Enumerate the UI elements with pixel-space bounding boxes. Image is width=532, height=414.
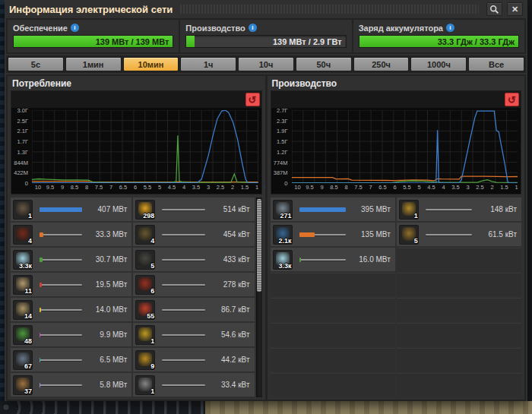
entity-usage-track (40, 334, 82, 336)
reset-icon: ↺ (249, 95, 257, 105)
time-button-1мин[interactable]: 1мин (65, 57, 122, 71)
x-tick-label: 2 (486, 184, 499, 193)
y-tick-label: 0 (25, 180, 28, 187)
entity-usage-fill (40, 308, 41, 312)
y-tick-label: 1.3Г (17, 148, 29, 155)
stat-bar: 33.3 ГДж / 33.3 ГДж (359, 35, 519, 48)
entity-count-badge: 298 (143, 212, 154, 220)
stat-bar: 139 МВт / 2.9 ГВт (185, 35, 346, 48)
x-tick-label: 9 (56, 184, 68, 193)
production-plot: 2.7Г2.3Г1.9Г1.5Г1.2Г774M387M0 109.598.58… (271, 108, 521, 194)
entity-count-badge: 9 (150, 362, 154, 370)
entity-usage-track (162, 309, 204, 311)
entity-usage-value: 61.5 кВт (477, 230, 517, 239)
time-button-10мин[interactable]: 10мин (123, 57, 179, 71)
time-button-5с[interactable]: 5с (8, 57, 64, 71)
scrollbar-thumb[interactable] (257, 199, 261, 292)
x-tick-label: 3.5 (190, 184, 202, 193)
x-tick-label: 3 (462, 184, 474, 193)
time-button-250ч[interactable]: 250ч (353, 57, 410, 71)
y-tick-label: 844M (14, 159, 28, 166)
stat-value: 33.3 ГДж / 33.3 ГДж (438, 36, 515, 47)
entity-usage-bar (40, 232, 82, 237)
entity-usage-track (426, 234, 472, 235)
entity-icon: 14 (13, 300, 33, 320)
entity-usage-track (162, 259, 204, 261)
entity-usage-bar (40, 383, 82, 387)
list-item: 154.6 кВт (133, 323, 254, 346)
entity-usage-track (162, 209, 204, 210)
info-icon[interactable]: i (71, 24, 79, 32)
entity-usage-value: 148 кВт (477, 205, 517, 213)
entity-count-badge: 4 (28, 237, 32, 245)
x-tick-label: 6 (129, 184, 141, 193)
info-icon[interactable]: i (249, 24, 257, 32)
list-item: 676.5 МВт (11, 348, 131, 371)
x-tick-label: 4 (438, 184, 450, 193)
screen: Информация электрической сети ✕ Обеспече… (0, 0, 532, 414)
entity-icon: 55 (135, 300, 155, 320)
x-tick-label: 4 (178, 184, 190, 193)
search-icon (489, 5, 499, 14)
list-item: 5586.7 кВт (133, 298, 254, 321)
entity-usage-track (162, 359, 204, 361)
close-button[interactable]: ✕ (507, 2, 523, 16)
y-tick-label: 422M (14, 169, 28, 176)
production-chart-title: Производство (271, 78, 522, 90)
x-tick-label: 9.5 (44, 184, 56, 193)
search-button[interactable] (486, 2, 502, 16)
consumption-list: 1407 МВт433.3 МВт3.3к30.7 МВт1119.5 МВт1… (11, 198, 262, 397)
reset-chart-button[interactable]: ↺ (505, 93, 519, 106)
y-tick-label: 774M (274, 159, 288, 166)
x-tick-label: 6.5 (377, 184, 389, 193)
stat-label: Производство (185, 24, 245, 33)
close-icon: ✕ (511, 5, 518, 14)
entity-usage-bar (40, 333, 82, 337)
time-button-Все[interactable]: Все (468, 57, 524, 71)
entity-usage-bar (426, 207, 472, 212)
list-item: 1407 МВт (11, 198, 131, 221)
entity-usage-track (40, 384, 82, 386)
time-button-1000ч[interactable]: 1000ч (410, 57, 467, 71)
entity-usage-track (40, 234, 82, 235)
list-item: 944.2 кВт (133, 348, 254, 371)
time-button-1ч[interactable]: 1ч (180, 57, 236, 71)
entity-usage-value: 86.7 кВт (211, 305, 250, 314)
info-icon[interactable]: i (446, 24, 454, 32)
empty-list-slot (271, 323, 395, 346)
y-tick-label: 1.2Г (277, 148, 288, 155)
x-tick-label: 4.5 (166, 184, 178, 193)
list-item: 433.3 МВт (11, 223, 131, 246)
x-tick-label: 8.5 (68, 184, 81, 193)
production-panel: Производство ↺ 2.7Г2.3Г1.9Г1.5Г1.2Г774M3… (268, 76, 525, 400)
consumption-plot: 3.0Г2.5Г2.1Г1.7Г1.3Г844M422M0 109.598.58… (11, 108, 261, 194)
entity-usage-track (426, 209, 472, 210)
reset-chart-button[interactable]: ↺ (245, 93, 260, 106)
empty-list-slot (397, 248, 521, 271)
x-tick-label: 0.5 (263, 184, 265, 193)
stat-label-row: Заряд аккумулятораi (359, 22, 519, 33)
time-button-50ч[interactable]: 50ч (296, 57, 352, 71)
entity-icon: 271 (273, 200, 293, 220)
entity-usage-value: 9.9 МВт (87, 330, 127, 339)
entity-usage-bar (40, 308, 82, 312)
entity-usage-fill (40, 283, 42, 287)
time-button-10ч[interactable]: 10ч (238, 57, 294, 71)
entity-count-badge: 3.3к (19, 262, 32, 270)
x-tick-label: 1 (511, 184, 523, 193)
titlebar-drag-handle[interactable] (180, 5, 479, 14)
entity-icon: 6 (135, 275, 155, 295)
production-list: 271395 МВт2.1к135 МВт3.3к16.0 МВт1148 кВ… (271, 198, 522, 397)
entity-usage-bar (299, 232, 346, 237)
x-tick-label: 1.5 (239, 184, 251, 193)
entity-count-badge: 2.1к (278, 237, 291, 245)
consumption-plot-canvas (32, 110, 258, 183)
entity-count-badge: 271 (280, 212, 291, 220)
entity-icon: 11 (13, 275, 33, 295)
entity-usage-value: 407 МВт (87, 205, 127, 213)
x-tick-label: 1 (251, 184, 263, 193)
entity-usage-value: 30.7 МВт (87, 255, 127, 264)
entity-usage-track (40, 309, 82, 311)
list-item: 3.3к30.7 МВт (11, 248, 131, 271)
entity-usage-bar (40, 283, 82, 287)
